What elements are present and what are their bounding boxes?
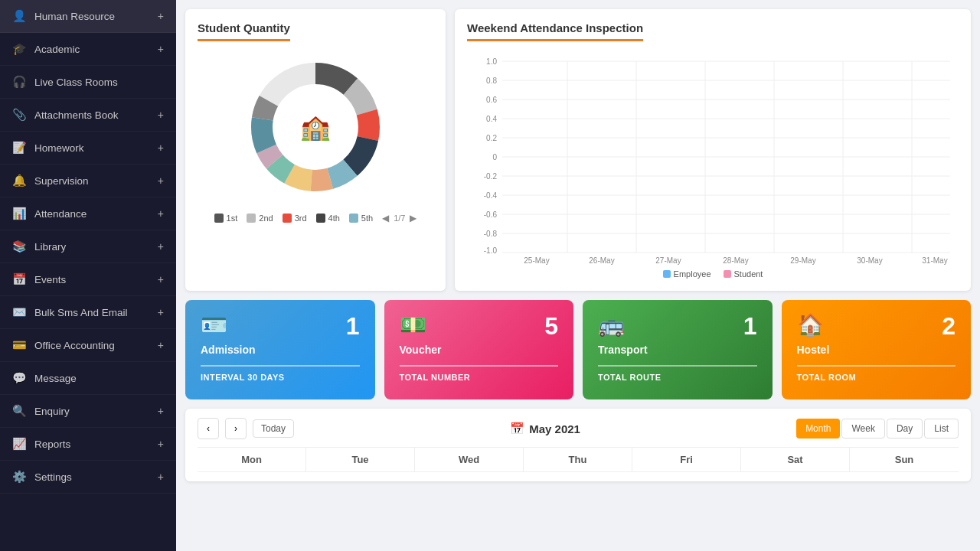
sidebar-plus-icon[interactable]: + (158, 43, 164, 55)
svg-text:-0.6: -0.6 (484, 210, 498, 219)
line-chart-svg: 1.0 0.8 0.6 0.4 0.2 0 -0.2 -0.4 -0.6 -0.… (467, 51, 959, 265)
svg-text:0.2: 0.2 (486, 134, 497, 142)
stat-divider (201, 365, 360, 367)
sidebar: 👤 Human Resource + 🎓 Academic + 🎧 Live C… (0, 0, 176, 551)
svg-text:-0.4: -0.4 (484, 191, 498, 200)
weekend-attendance-card: Weekend Attendance Inspection 1.0 0.8 0.… (455, 9, 971, 291)
stat-sublabel: INTERVAL 30 DAYS (201, 373, 360, 382)
sidebar-item-academic[interactable]: 🎓 Academic + (0, 33, 176, 66)
stat-card-hostel: 🏠 2 Hostel TOTAL ROOM (782, 300, 972, 399)
stat-divider (598, 365, 757, 367)
sidebar-icon: 👤 (12, 9, 27, 23)
sidebar-item-message[interactable]: 💬 Message (0, 362, 176, 395)
svg-text:27-May: 27-May (655, 256, 681, 265)
legend-prev[interactable]: ◀ (382, 213, 389, 223)
sidebar-plus-icon[interactable]: + (158, 405, 164, 417)
svg-text:0.4: 0.4 (486, 115, 497, 123)
sidebar-label: Bulk Sms And Email (34, 307, 128, 318)
svg-text:29-May: 29-May (790, 256, 815, 265)
legend-5th: 5th (349, 213, 373, 223)
cal-next-btn[interactable]: › (225, 418, 247, 439)
legend-2nd: 2nd (247, 213, 273, 223)
cal-view-day-btn[interactable]: Day (887, 419, 923, 439)
sidebar-icon: 📈 (12, 437, 27, 451)
stat-card-transport: 🚌 1 Transport TOTAL ROUTE (583, 300, 773, 399)
stat-sublabel: TOTAL ROUTE (598, 373, 757, 382)
calendar-day-sat: Sat (741, 448, 850, 472)
sidebar-item-events[interactable]: 📅 Events + (0, 263, 176, 296)
sidebar-item-left: 📝 Homework (12, 141, 84, 155)
svg-text:0: 0 (492, 153, 497, 161)
sidebar-item-settings[interactable]: ⚙️ Settings + (0, 461, 176, 494)
sidebar-label: Settings (34, 471, 72, 483)
sidebar-label: Academic (34, 44, 80, 55)
sidebar-plus-icon[interactable]: + (158, 339, 164, 351)
donut-center-icon: 🏫 (300, 112, 331, 142)
sidebar-item-left: 📊 Attendance (12, 207, 87, 220)
stat-number: 1 (346, 312, 360, 341)
sidebar-icon: 📎 (12, 108, 27, 122)
sidebar-label: Attendance (34, 208, 87, 220)
sidebar-item-supervision[interactable]: 🔔 Supervision + (0, 165, 176, 197)
svg-text:-1.0: -1.0 (484, 246, 498, 255)
sidebar-label: Human Resource (34, 11, 115, 22)
sidebar-item-reports[interactable]: 📈 Reports + (0, 428, 176, 461)
sidebar-plus-icon[interactable]: + (158, 10, 164, 22)
calendar-card: ‹ › Today 📅 May 2021 MonthWeekDayList Mo… (185, 409, 971, 481)
sidebar-item-live-class-rooms[interactable]: 🎧 Live Class Rooms (0, 66, 176, 99)
sidebar-icon: ✉️ (12, 305, 27, 319)
stat-icon: 🚌 (598, 312, 625, 337)
sidebar-item-left: 💬 Message (12, 371, 77, 385)
sidebar-item-enquiry[interactable]: 🔍 Enquiry + (0, 395, 176, 428)
sidebar-plus-icon[interactable]: + (158, 207, 164, 220)
sidebar-item-library[interactable]: 📚 Library + (0, 230, 176, 263)
sidebar-icon: 🔔 (12, 174, 27, 187)
svg-text:26-May: 26-May (589, 256, 614, 265)
sidebar-plus-icon[interactable]: + (158, 471, 164, 483)
stat-divider (400, 365, 559, 367)
cal-today-btn[interactable]: Today (253, 419, 294, 438)
legend-1st: 1st (214, 213, 238, 223)
sidebar-item-human-resource[interactable]: 👤 Human Resource + (0, 0, 176, 33)
cal-view-month-btn[interactable]: Month (796, 419, 840, 439)
sidebar-item-left: 🔍 Enquiry (12, 404, 70, 418)
sidebar-plus-icon[interactable]: + (158, 109, 164, 121)
sidebar-item-left: 💳 Office Accounting (12, 338, 115, 352)
sidebar-plus-icon[interactable]: + (158, 438, 164, 450)
svg-text:25-May: 25-May (524, 256, 549, 265)
cal-view-list-btn[interactable]: List (924, 419, 959, 439)
cal-title: 📅 May 2021 (510, 422, 580, 435)
sidebar-plus-icon[interactable]: + (158, 273, 164, 285)
sidebar-icon: ⚙️ (12, 470, 27, 484)
stat-icon: 🏠 (797, 312, 824, 337)
sidebar-plus-icon[interactable]: + (158, 142, 164, 154)
sidebar-plus-icon[interactable]: + (158, 240, 164, 253)
sidebar-item-attendance[interactable]: 📊 Attendance + (0, 197, 176, 230)
calendar-day-sun: Sun (850, 448, 959, 472)
sidebar-plus-icon[interactable]: + (158, 174, 164, 187)
stat-sublabel: TOTAL ROOM (797, 373, 956, 382)
calendar-day-mon: Mon (198, 448, 306, 472)
svg-text:0.6: 0.6 (486, 96, 497, 104)
sidebar-item-attachments-book[interactable]: 📎 Attachments Book + (0, 99, 176, 132)
legend-student: Student (724, 269, 763, 279)
cal-view-week-btn[interactable]: Week (841, 419, 884, 439)
sidebar-label: Enquiry (34, 406, 70, 417)
legend-3rd: 3rd (283, 213, 307, 223)
sidebar-item-bulk-sms-and-email[interactable]: ✉️ Bulk Sms And Email + (0, 296, 176, 329)
sidebar-item-left: 📎 Attachments Book (12, 108, 119, 122)
charts-row: Student Quantity (185, 9, 971, 291)
sidebar-item-homework[interactable]: 📝 Homework + (0, 132, 176, 165)
cal-prev-btn[interactable]: ‹ (198, 418, 219, 439)
stat-number: 5 (544, 312, 558, 341)
stat-top: 🚌 1 (598, 312, 757, 341)
sidebar-plus-icon[interactable]: + (158, 306, 164, 318)
legend-employee: Employee (663, 269, 711, 279)
stat-top: 🏠 2 (797, 312, 956, 341)
sidebar-icon: 📊 (12, 207, 27, 220)
sidebar-item-office-accounting[interactable]: 💳 Office Accounting + (0, 329, 176, 362)
sidebar-label: Events (34, 274, 66, 285)
stat-top: 💵 5 (400, 312, 559, 341)
legend-next[interactable]: ▶ (410, 213, 416, 223)
sidebar-item-left: 🎧 Live Class Rooms (12, 75, 118, 89)
